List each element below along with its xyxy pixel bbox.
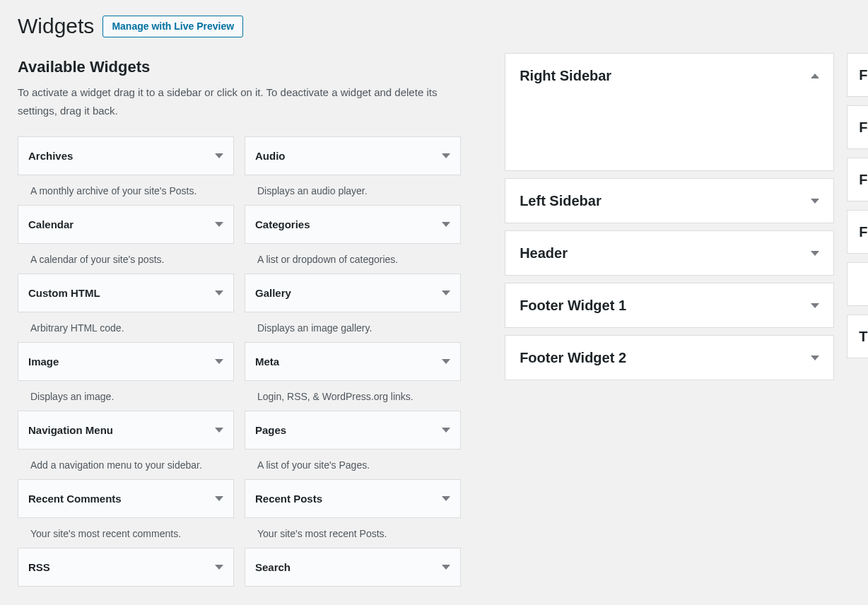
sidebar-stub[interactable]: F: [847, 53, 868, 97]
available-widgets-grid: Archives A monthly archive of your site'…: [18, 136, 489, 587]
widget-name: RSS: [28, 561, 50, 573]
sidebar-stub[interactable]: F: [847, 158, 868, 201]
chevron-up-icon: [811, 74, 819, 78]
sidebar-area-header[interactable]: Header: [505, 231, 833, 275]
widget-header[interactable]: Recent Posts: [245, 479, 461, 518]
chevron-down-icon: [215, 428, 223, 433]
widget-item-audio: Audio Displays an audio player.: [245, 136, 461, 205]
sidebar-area-header[interactable]: Footer Widget 1: [505, 283, 833, 327]
sidebar-area-header-widget: Header: [505, 230, 834, 276]
widget-item-archives: Archives A monthly archive of your site'…: [18, 136, 234, 205]
chevron-down-icon: [811, 251, 819, 256]
widget-name: Recent Comments: [28, 493, 122, 505]
sidebar-area-body[interactable]: [505, 98, 833, 170]
widget-item-search: Search: [245, 548, 461, 587]
chevron-down-icon: [442, 153, 450, 158]
page-title: Widgets: [18, 14, 94, 38]
chevron-down-icon: [215, 565, 223, 570]
available-widgets-heading: Available Widgets: [18, 58, 489, 76]
widget-header[interactable]: Archives: [18, 136, 234, 175]
widget-description: A list or dropdown of categories.: [245, 244, 461, 274]
widget-item-recent-comments: Recent Comments Your site's most recent …: [18, 479, 234, 548]
chevron-down-icon: [442, 359, 450, 364]
widget-description: Displays an audio player.: [245, 175, 461, 205]
widget-description: Your site's most recent Posts.: [245, 518, 461, 548]
stub-letter: F: [859, 67, 867, 83]
chevron-down-icon: [811, 303, 819, 308]
sidebar-area-title: Footer Widget 1: [520, 298, 626, 314]
widget-item-navigation-menu: Navigation Menu Add a navigation menu to…: [18, 411, 234, 479]
sidebar-area-footer-widget-2: Footer Widget 2: [505, 335, 834, 380]
chevron-down-icon: [215, 496, 223, 501]
widget-header[interactable]: Image: [18, 342, 234, 381]
widget-description: Your site's most recent comments.: [18, 518, 234, 548]
widget-name: Search: [255, 561, 291, 573]
widget-item-recent-posts: Recent Posts Your site's most recent Pos…: [245, 479, 461, 548]
widget-description: A list of your site's Pages.: [245, 450, 461, 479]
widget-description: Displays an image gallery.: [245, 312, 461, 342]
chevron-down-icon: [811, 199, 819, 204]
chevron-down-icon: [442, 290, 450, 295]
widget-name: Image: [28, 356, 59, 368]
sidebar-area-title: Header: [520, 245, 568, 262]
widget-header[interactable]: Audio: [245, 136, 461, 175]
widget-header[interactable]: Categories: [245, 205, 461, 244]
widget-description: Login, RSS, & WordPress.org links.: [245, 381, 461, 411]
widget-header[interactable]: Pages: [245, 411, 461, 450]
sidebar-stub[interactable]: T: [847, 315, 868, 358]
widget-header[interactable]: Gallery: [245, 274, 461, 312]
widget-item-rss: RSS: [18, 548, 234, 587]
sidebar-area-title: Right Sidebar: [520, 68, 611, 84]
sidebar-area-title: Left Sidebar: [520, 193, 602, 209]
widget-item-meta: Meta Login, RSS, & WordPress.org links.: [245, 342, 461, 411]
available-widgets-description: To activate a widget drag it to a sideba…: [18, 83, 456, 119]
sidebar-stub[interactable]: [847, 262, 868, 306]
stub-letter: T: [859, 329, 867, 345]
widget-description: Arbitrary HTML code.: [18, 312, 234, 342]
widget-header[interactable]: Search: [245, 548, 461, 587]
widget-name: Archives: [28, 150, 73, 162]
widget-name: Pages: [255, 424, 286, 436]
chevron-down-icon: [215, 359, 223, 364]
stub-letter: F: [859, 119, 867, 136]
widget-name: Recent Posts: [255, 493, 322, 505]
sidebar-area-right-sidebar: Right Sidebar: [505, 53, 834, 171]
widget-header[interactable]: Meta: [245, 342, 461, 381]
stub-letter: F: [859, 224, 867, 240]
chevron-down-icon: [442, 565, 450, 570]
widget-item-gallery: Gallery Displays an image gallery.: [245, 274, 461, 342]
sidebar-stub[interactable]: F: [847, 105, 868, 149]
widget-header[interactable]: Calendar: [18, 205, 234, 244]
sidebar-area-header[interactable]: Left Sidebar: [505, 179, 833, 223]
widget-item-pages: Pages A list of your site's Pages.: [245, 411, 461, 479]
manage-live-preview-button[interactable]: Manage with Live Preview: [102, 16, 243, 37]
sidebar-stub[interactable]: F: [847, 210, 868, 254]
widget-header[interactable]: RSS: [18, 548, 234, 587]
chevron-down-icon: [215, 290, 223, 295]
widget-item-calendar: Calendar A calendar of your site's posts…: [18, 205, 234, 274]
widget-description: Displays an image.: [18, 381, 234, 411]
chevron-down-icon: [215, 153, 223, 158]
sidebar-area-title: Footer Widget 2: [520, 350, 626, 366]
widget-name: Gallery: [255, 287, 291, 299]
widget-name: Categories: [255, 218, 310, 230]
widget-item-custom-html: Custom HTML Arbitrary HTML code.: [18, 274, 234, 342]
chevron-down-icon: [811, 356, 819, 360]
widget-header[interactable]: Navigation Menu: [18, 411, 234, 450]
chevron-down-icon: [442, 496, 450, 501]
sidebar-area-header[interactable]: Right Sidebar: [505, 54, 833, 98]
sidebar-area-footer-widget-1: Footer Widget 1: [505, 283, 834, 328]
widget-header[interactable]: Custom HTML: [18, 274, 234, 312]
widget-item-categories: Categories A list or dropdown of categor…: [245, 205, 461, 274]
widget-name: Custom HTML: [28, 287, 100, 299]
widget-name: Audio: [255, 150, 286, 162]
sidebar-area-header[interactable]: Footer Widget 2: [505, 336, 833, 380]
widget-header[interactable]: Recent Comments: [18, 479, 234, 518]
chevron-down-icon: [442, 222, 450, 227]
stub-letter: F: [859, 172, 867, 188]
widget-item-image: Image Displays an image.: [18, 342, 234, 411]
chevron-down-icon: [215, 222, 223, 227]
widget-name: Calendar: [28, 218, 74, 230]
widget-description: A calendar of your site's posts.: [18, 244, 234, 274]
sidebar-area-left-sidebar: Left Sidebar: [505, 178, 834, 223]
